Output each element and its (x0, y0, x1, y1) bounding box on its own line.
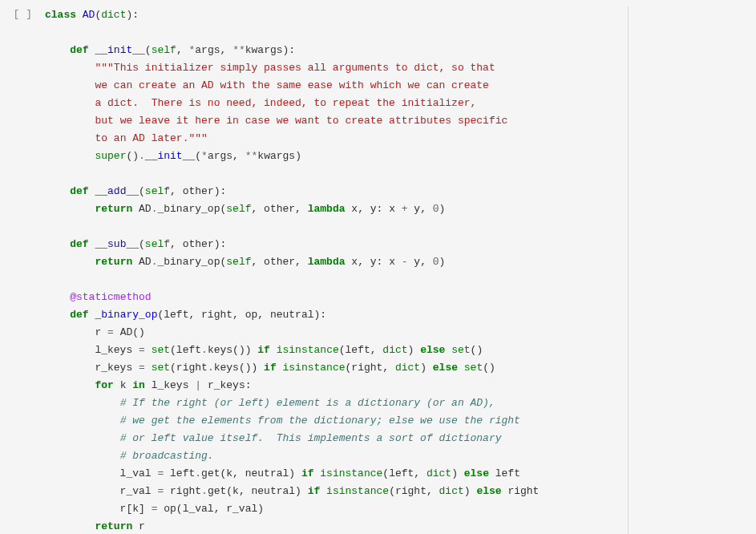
token-nc: AD (83, 9, 95, 21)
token-p: ) (464, 485, 477, 497)
token-n: , other): (170, 185, 226, 197)
token-o: = (139, 362, 145, 374)
code-line: l_keys = set(left.keys()) if isinstance(… (45, 342, 753, 359)
code-editor[interactable]: class AD(dict): def __init__(self, *args… (40, 6, 753, 534)
code-line: r[k] = op(l_val, r_val) (45, 500, 753, 518)
token-n: , other, (252, 203, 308, 215)
token-n: args, (195, 44, 232, 56)
token-n: y, (408, 256, 433, 268)
token-k: return (95, 203, 139, 215)
token-n: r_keys (45, 362, 139, 374)
token-bi: isinstance (326, 485, 389, 497)
token-o: . (195, 467, 201, 479)
code-line: super().__init__(*args, **kwargs) (45, 148, 753, 165)
token-s: a dict. There is no need, indeed, to rep… (95, 97, 476, 109)
code-line (45, 165, 753, 183)
token-k: if (264, 362, 282, 374)
token-c: # we get the elements from the dictionar… (120, 415, 520, 427)
token-p: ( (139, 185, 145, 197)
token-p: ) (420, 362, 433, 374)
token-p: ( (145, 44, 152, 56)
code-line: def __init__(self, *args, **kwargs): (45, 42, 753, 59)
vertical-divider (628, 6, 629, 534)
token-p: ) (451, 467, 464, 479)
token-s: to an AD later.""" (95, 132, 207, 144)
token-p: ): (126, 9, 139, 21)
token-k: def (70, 185, 95, 197)
token-n: (right, (389, 485, 439, 497)
token-o: . (139, 150, 145, 162)
code-line (45, 24, 753, 42)
token-o: . (201, 344, 208, 356)
token-p (45, 115, 95, 127)
token-k: def (70, 44, 95, 56)
token-p: ) (439, 203, 446, 215)
token-self: self (145, 238, 170, 250)
token-k: def (70, 238, 95, 250)
token-p (45, 415, 120, 427)
token-n: kwargs) (257, 150, 301, 162)
token-k: class (45, 9, 83, 21)
token-p (45, 520, 95, 532)
token-s: """This initializer simply passes all ar… (95, 62, 495, 74)
token-n: r_val (45, 485, 157, 497)
token-n: keys()) (214, 362, 264, 374)
token-k: return (95, 256, 139, 268)
code-line (45, 218, 753, 236)
token-n: left (495, 467, 520, 479)
code-line: r_keys = set(right.keys()) if isinstance… (45, 359, 753, 377)
token-p (45, 291, 70, 303)
code-wrap: class AD(dict): def __init__(self, *args… (40, 6, 753, 534)
token-k: else (420, 344, 451, 356)
code-line: """This initializer simply passes all ar… (45, 59, 753, 77)
token-p (45, 309, 70, 321)
code-line: # If the right (or left) element is a di… (45, 394, 753, 412)
token-k: def (70, 309, 95, 321)
token-n: x, y: x (351, 256, 401, 268)
token-bi: dict (395, 362, 420, 374)
token-p (45, 132, 95, 144)
token-k: if (301, 467, 320, 479)
token-n (145, 362, 152, 374)
token-k: if (257, 344, 276, 356)
token-n (145, 344, 152, 356)
token-p (45, 238, 70, 250)
token-num: 0 (433, 256, 439, 268)
token-n: (right, (346, 362, 395, 374)
code-line: l_val = left.get(k, neutral) if isinstan… (45, 465, 753, 483)
code-line: r = AD() (45, 324, 753, 342)
token-n: _binary_op( (157, 203, 226, 215)
token-k: return (95, 520, 139, 532)
token-n: kwargs): (245, 44, 295, 56)
token-o: . (208, 362, 214, 374)
token-n: (right (170, 362, 208, 374)
token-n: (left, (339, 344, 383, 356)
token-n: left (164, 467, 195, 479)
token-p (45, 62, 95, 74)
code-line: # we get the elements from the dictionar… (45, 412, 753, 430)
token-k: in (132, 379, 151, 391)
code-line: return AD._binary_op(self, other, lambda… (45, 253, 753, 271)
token-n: get(k, neutral) (208, 485, 308, 497)
token-n: _binary_op( (157, 256, 226, 268)
token-s: we can create an AD with the same ease w… (95, 79, 488, 91)
code-line: return r (45, 518, 753, 534)
token-k: for (95, 379, 119, 391)
token-p (45, 44, 70, 56)
token-n: AD() (114, 326, 145, 338)
token-c: # If the right (or left) element is a di… (120, 397, 495, 409)
token-self: self (152, 44, 176, 56)
token-n: r[k] (45, 503, 152, 515)
token-k: else (476, 485, 507, 497)
token-fn: __init__ (95, 44, 144, 56)
token-k: lambda (308, 256, 352, 268)
token-p (45, 379, 95, 391)
token-k: else (464, 467, 495, 479)
code-cell[interactable]: [ ] class AD(dict): def __init__(self, *… (0, 0, 756, 534)
token-p (45, 450, 120, 462)
token-n: op(l_val, r_val) (157, 503, 264, 515)
token-p: () (483, 362, 495, 374)
token-n: r (45, 326, 107, 338)
token-o: + (402, 203, 408, 215)
code-line (45, 271, 753, 289)
